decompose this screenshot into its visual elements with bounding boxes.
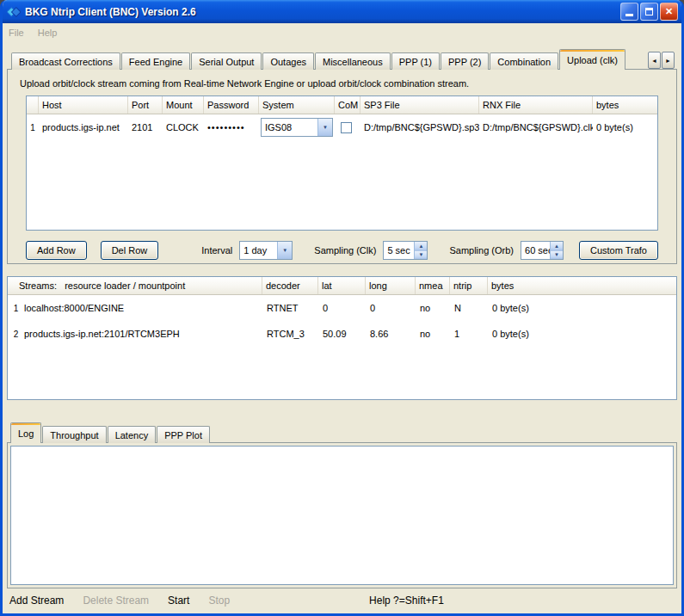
decoder-cell: RTNET (262, 303, 318, 313)
tab-scroll-left-button[interactable]: ◄ (648, 52, 661, 69)
app-icon (7, 5, 21, 19)
system-value: IGS08 (262, 119, 317, 136)
sampling-clk-value: 5 sec (384, 242, 414, 259)
stream-row[interactable]: 1 localhost:8000/ENGINE RTNET 0 0 no N 0… (8, 295, 676, 321)
spin-up-icon: ▲ (554, 243, 559, 249)
sp3-file-cell[interactable]: D:/tmp/BNC${GPSWD}.sp3 (360, 122, 479, 132)
col-port: Port (128, 96, 163, 114)
del-row-button[interactable]: Del Row (101, 241, 159, 260)
add-stream-button[interactable]: Add Stream (9, 594, 64, 607)
maximize-button[interactable] (640, 3, 658, 21)
system-combobox[interactable]: IGS08 ▼ (261, 118, 333, 137)
spin-up-icon: ▲ (418, 243, 423, 249)
tab-throughput[interactable]: Throughput (42, 426, 106, 443)
interval-combobox[interactable]: 1 day ▼ (239, 241, 293, 260)
window-controls: ✕ (620, 3, 678, 21)
col-rnx-file: RNX File (479, 96, 593, 114)
col-mount: Mount (163, 96, 204, 114)
sampling-clk-spinner[interactable]: 5 sec ▲ ▼ (383, 241, 428, 260)
sampling-orb-label: Sampling (Orb) (449, 245, 514, 256)
col-system: System (259, 96, 335, 114)
tab-miscellaneous[interactable]: Miscellaneous (315, 52, 391, 70)
custom-trafo-button[interactable]: Custom Trafo (579, 241, 658, 260)
col-nmea: nmea (416, 277, 450, 294)
col-sp3-file: SP3 File (360, 96, 479, 114)
lat-cell: 0 (318, 303, 366, 313)
col-long: long (366, 277, 416, 294)
tab-feed-engine[interactable]: Feed Engine (121, 52, 190, 70)
sampling-orb-value: 60 sec (521, 242, 550, 259)
spinner-buttons: ▲ ▼ (550, 242, 563, 259)
tab-outages[interactable]: Outages (262, 52, 314, 70)
stream-row[interactable]: 2 products.igs-ip.net:2101/RTCM3EPH RTCM… (8, 321, 676, 347)
arrow-left-icon: ◄ (651, 58, 657, 64)
streams-table: Streams: resource loader / mountpoint de… (7, 276, 677, 400)
col-decoder: decoder (262, 277, 318, 294)
tab-serial-output[interactable]: Serial Output (191, 52, 262, 70)
log-output[interactable] (10, 446, 674, 585)
tab-broadcast-corrections[interactable]: Broadcast Corrections (11, 52, 120, 70)
col-lat: lat (318, 277, 366, 294)
add-row-button[interactable]: Add Row (26, 241, 87, 260)
upload-table-header: Host Port Mount Password System CoM SP3 … (27, 96, 657, 114)
combobox-arrow-button[interactable]: ▼ (317, 119, 332, 136)
interval-label: Interval (201, 245, 232, 256)
spin-down-button[interactable]: ▼ (415, 251, 427, 260)
col-ntrip: ntrip (450, 277, 488, 294)
tab-ppp-plot[interactable]: PPP Plot (157, 426, 210, 443)
spin-up-button[interactable]: ▲ (415, 242, 427, 251)
tab-upload-clk[interactable]: Upload (clk) (559, 49, 625, 70)
ntrip-cell: N (450, 303, 488, 313)
col-host: Host (39, 96, 128, 114)
col-password: Password (204, 96, 259, 114)
col-bytes: bytes (488, 277, 676, 294)
tab-scroll-right-button[interactable]: ► (662, 52, 675, 69)
close-button[interactable]: ✕ (660, 3, 678, 21)
com-checkbox[interactable] (341, 122, 352, 133)
tab-scroll-buttons: ◄ ► (648, 52, 675, 69)
chevron-down-icon: ▼ (323, 125, 328, 130)
menu-help[interactable]: Help (38, 28, 58, 38)
decoder-cell: RTCM_3 (262, 329, 318, 339)
table-corner (27, 96, 39, 114)
titlebar: BKG Ntrip Client (BNC) Version 2.6 ✕ (3, 0, 681, 23)
tab-combination[interactable]: Combination (490, 52, 558, 70)
spin-down-button[interactable]: ▼ (551, 251, 563, 260)
spin-up-button[interactable]: ▲ (551, 242, 563, 251)
tab-log[interactable]: Log (10, 422, 41, 443)
arrow-right-icon: ► (665, 58, 671, 64)
tab-ppp-1[interactable]: PPP (1) (391, 52, 440, 70)
tab-latency[interactable]: Latency (108, 426, 157, 443)
log-pane (7, 442, 677, 588)
menu-file[interactable]: File (9, 28, 24, 38)
sampling-orb-spinner[interactable]: 60 sec ▲ ▼ (521, 241, 564, 260)
minimize-button[interactable] (620, 3, 638, 21)
bottom-tabbar: Log Throughput Latency PPP Plot (7, 422, 677, 443)
combobox-arrow-button[interactable]: ▼ (277, 242, 292, 259)
chevron-down-icon: ▼ (282, 248, 287, 253)
row-number: 2 (8, 330, 20, 339)
maximize-icon (645, 8, 653, 15)
host-cell[interactable]: products.igs-ip.net (39, 122, 128, 132)
nmea-cell: no (416, 329, 450, 339)
spinner-buttons: ▲ ▼ (414, 242, 427, 259)
long-cell: 8.66 (366, 329, 416, 339)
window-title: BKG Ntrip Client (BNC) Version 2.6 (25, 6, 620, 18)
interval-value: 1 day (240, 242, 277, 259)
spin-down-icon: ▼ (554, 252, 559, 257)
col-mountpoint: Streams: resource loader / mountpoint (8, 277, 262, 294)
password-cell[interactable]: ••••••••• (204, 122, 259, 132)
delete-stream-button[interactable]: Delete Stream (83, 594, 149, 607)
nmea-cell: no (416, 303, 450, 313)
mount-cell[interactable]: CLOCK (163, 122, 204, 132)
rnx-file-cell[interactable]: D:/tmp/BNC${GPSWD}.clk (479, 122, 593, 132)
streams-table-header: Streams: resource loader / mountpoint de… (8, 277, 676, 295)
stop-button[interactable]: Stop (208, 594, 230, 607)
row-number: 1 (27, 123, 39, 132)
port-cell[interactable]: 2101 (128, 122, 163, 132)
tab-ppp-2[interactable]: PPP (2) (441, 52, 489, 70)
upload-controls: Add Row Del Row Interval 1 day ▼ Samplin… (26, 241, 658, 260)
start-button[interactable]: Start (168, 594, 189, 607)
com-cell (335, 122, 360, 133)
row-number: 1 (8, 304, 20, 313)
